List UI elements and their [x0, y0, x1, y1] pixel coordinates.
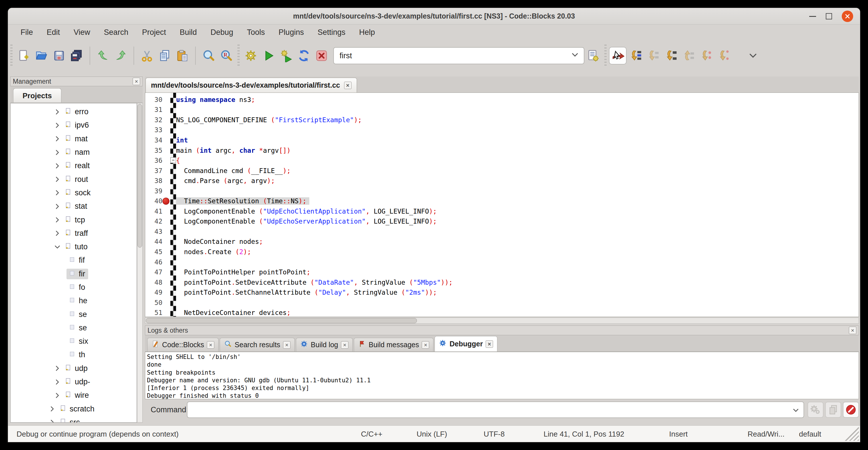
- chevron-right-icon[interactable]: [52, 175, 62, 184]
- tree-item-src[interactable]: src: [10, 416, 137, 423]
- editor-tab-first-cc[interactable]: mnt/dev/tools/source/ns-3-dev/examples/t…: [146, 78, 357, 92]
- tab-close-icon[interactable]: ×: [486, 340, 493, 348]
- logs-tab-debugger[interactable]: Debugger×: [435, 336, 497, 352]
- next-instruction-button[interactable]: [698, 47, 715, 64]
- toolbar-grip[interactable]: [10, 44, 12, 67]
- editor-tab-close-icon[interactable]: ×: [344, 82, 351, 89]
- line-number[interactable]: 49: [145, 289, 162, 296]
- tab-close-icon[interactable]: ×: [422, 341, 429, 349]
- menu-project[interactable]: Project: [135, 28, 173, 37]
- debug-continue-button[interactable]: [609, 47, 627, 64]
- tab-close-icon[interactable]: ×: [283, 341, 290, 349]
- rebuild-button[interactable]: [295, 47, 313, 64]
- maximize-button[interactable]: [826, 13, 832, 20]
- chevron-right-icon[interactable]: [47, 404, 57, 413]
- menu-plugins[interactable]: Plugins: [272, 28, 311, 37]
- resize-grip[interactable]: [845, 427, 859, 441]
- line-number[interactable]: 47: [145, 268, 162, 276]
- scrollbar-thumb[interactable]: [146, 318, 417, 323]
- line-number[interactable]: 39: [145, 187, 162, 195]
- run-to-cursor-button[interactable]: [627, 47, 644, 64]
- tab-projects[interactable]: Projects: [13, 88, 61, 102]
- new-file-button[interactable]: [15, 47, 33, 64]
- redo-button[interactable]: [112, 47, 129, 64]
- menu-file[interactable]: File: [14, 28, 40, 37]
- menu-tools[interactable]: Tools: [240, 28, 272, 37]
- tree-item-ipv6[interactable]: ipv6: [10, 119, 137, 132]
- chevron-right-icon[interactable]: [52, 188, 62, 197]
- tab-close-icon[interactable]: ×: [341, 341, 348, 349]
- line-number[interactable]: 40: [145, 197, 162, 205]
- build-target-combobox[interactable]: first: [333, 47, 584, 64]
- line-number[interactable]: 42: [145, 217, 162, 225]
- line-number[interactable]: 43: [145, 228, 162, 235]
- tree-item-mat[interactable]: mat: [10, 132, 137, 146]
- line-number[interactable]: 33: [145, 126, 162, 133]
- tree-item-nam[interactable]: nam: [10, 146, 137, 159]
- chevron-down-icon[interactable]: [52, 243, 62, 251]
- logs-tab-build-log[interactable]: Build log×: [296, 338, 353, 352]
- line-number[interactable]: 45: [145, 248, 162, 256]
- code-editor[interactable]: 30using namespace ns3;3132NS_LOG_COMPONE…: [145, 93, 859, 317]
- fold-marker[interactable]: −: [170, 157, 176, 163]
- chevron-right-icon[interactable]: [52, 121, 62, 130]
- chevron-right-icon[interactable]: [52, 161, 62, 170]
- tree-item-fif[interactable]: fif: [10, 253, 137, 267]
- tree-item-fo[interactable]: fo: [10, 281, 137, 294]
- chevron-right-icon[interactable]: [52, 108, 62, 116]
- chevron-right-icon[interactable]: [52, 202, 62, 211]
- menu-debug[interactable]: Debug: [204, 28, 240, 37]
- copy-button[interactable]: [156, 47, 174, 64]
- build-button[interactable]: [242, 47, 260, 64]
- line-number[interactable]: 37: [145, 167, 162, 175]
- line-number[interactable]: 36: [145, 157, 162, 164]
- menu-help[interactable]: Help: [352, 28, 382, 37]
- undo-button[interactable]: [94, 47, 112, 64]
- tree-item-se[interactable]: se: [10, 321, 137, 335]
- tree-item-tcp[interactable]: tcp: [10, 213, 137, 227]
- command-input[interactable]: [187, 401, 804, 418]
- title-bar[interactable]: mnt/dev/tools/source/ns-3-dev/examples/t…: [8, 8, 860, 25]
- chevron-right-icon[interactable]: [52, 148, 62, 157]
- build-and-run-button[interactable]: [277, 47, 295, 64]
- line-number[interactable]: 44: [145, 238, 162, 245]
- management-close-icon[interactable]: ×: [133, 78, 140, 85]
- scrollbar-thumb[interactable]: [137, 104, 142, 247]
- tree-vertical-scrollbar[interactable]: [137, 103, 143, 423]
- step-into-instruction-button[interactable]: [715, 47, 733, 64]
- tree-item-six[interactable]: six: [10, 335, 137, 348]
- chevron-down-icon[interactable]: [570, 50, 580, 62]
- tree-item-stat[interactable]: stat: [10, 200, 137, 213]
- run-button[interactable]: [260, 47, 277, 64]
- debug-window-options-button[interactable]: [807, 402, 824, 418]
- tree-item-fir[interactable]: fir: [10, 267, 137, 281]
- tree-item-tuto[interactable]: tuto: [10, 240, 137, 253]
- tree-item-se[interactable]: se: [10, 307, 137, 321]
- menu-settings[interactable]: Settings: [311, 28, 352, 37]
- toolbar-grip[interactable]: [238, 44, 240, 67]
- tree-item-th[interactable]: th: [10, 348, 137, 361]
- paste-button[interactable]: [174, 47, 191, 64]
- tree-item-scratch[interactable]: scratch: [10, 402, 137, 416]
- toolbar-grip[interactable]: [604, 44, 607, 67]
- line-number[interactable]: 50: [145, 299, 162, 306]
- logs-close-icon[interactable]: ×: [849, 327, 856, 334]
- copy-output-button[interactable]: [825, 402, 841, 418]
- logs-tab-build-messages[interactable]: Build messages×: [354, 338, 433, 352]
- menu-search[interactable]: Search: [97, 28, 135, 37]
- cut-button[interactable]: [138, 47, 156, 64]
- editor-horizontal-scrollbar[interactable]: [145, 318, 859, 324]
- chevron-right-icon[interactable]: [47, 418, 57, 423]
- tree-item-sock[interactable]: sock: [10, 186, 137, 200]
- line-number[interactable]: 48: [145, 279, 162, 286]
- save-file-button[interactable]: [50, 47, 68, 64]
- abort-build-button[interactable]: [313, 47, 331, 64]
- menu-build[interactable]: Build: [173, 28, 204, 37]
- tab-close-icon[interactable]: ×: [207, 341, 214, 349]
- tree-item-erro[interactable]: erro: [10, 105, 137, 119]
- next-line-button[interactable]: [644, 47, 662, 64]
- line-number[interactable]: 32: [145, 116, 162, 124]
- line-number[interactable]: 30: [145, 96, 162, 103]
- tree-item-udp-[interactable]: udp-: [10, 375, 137, 389]
- chevron-right-icon[interactable]: [52, 364, 62, 372]
